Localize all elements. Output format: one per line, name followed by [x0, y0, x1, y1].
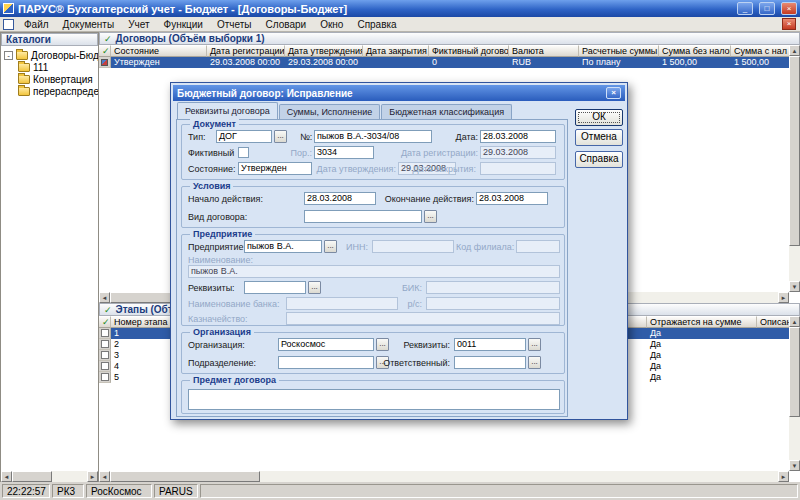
column-select-header[interactable]: ✓: [99, 316, 111, 328]
start-field[interactable]: 28.03.2008: [304, 192, 376, 205]
child-close-icon[interactable]: ×: [782, 18, 796, 30]
minimize-icon[interactable]: _: [737, 2, 753, 15]
treasury-label: Казначейство:: [188, 313, 248, 326]
dialog-close-icon[interactable]: ×: [606, 87, 621, 99]
column-calc-sums[interactable]: Расчетные суммы: [579, 45, 659, 57]
menu-window[interactable]: Окно: [313, 19, 350, 30]
scroll-right-icon[interactable]: ►: [778, 292, 789, 303]
scroll-thumb[interactable]: [789, 327, 800, 417]
tab-budget-classification[interactable]: Бюджетная классификация: [381, 104, 512, 119]
column-currency[interactable]: Валюта: [509, 45, 579, 57]
org-requisites-browse-icon[interactable]: ...: [528, 338, 541, 351]
maximize-icon[interactable]: □: [759, 2, 775, 15]
column-fictive[interactable]: Фиктивный договор↑: [429, 45, 509, 57]
row-selector[interactable]: [99, 57, 111, 68]
stages-hscrollbar[interactable]: ◄ ►: [99, 471, 789, 482]
row-checkbox[interactable]: [99, 372, 111, 383]
tree-item-pereraspredelenie[interactable]: перераспределение: [1, 85, 98, 97]
ordinal-field[interactable]: 3034: [314, 146, 374, 159]
requisites-browse-icon[interactable]: ...: [308, 281, 321, 294]
department-field[interactable]: [278, 356, 374, 369]
collapse-icon[interactable]: -: [4, 51, 13, 60]
column-sum-net[interactable]: Сумма без налогов: [659, 45, 731, 57]
state-field[interactable]: Утвержден: [238, 162, 312, 175]
row-checkbox[interactable]: [99, 350, 111, 361]
tree-item-111[interactable]: 111: [1, 61, 98, 73]
requisites-field[interactable]: [244, 281, 306, 294]
column-select-header[interactable]: ✓: [99, 45, 111, 57]
organization-browse-icon[interactable]: ...: [376, 338, 389, 351]
cancel-button[interactable]: Отмена: [575, 129, 623, 146]
cell-reflect: Да: [647, 328, 757, 339]
row-checkbox[interactable]: [99, 339, 111, 350]
menu-dictionaries[interactable]: Словари: [259, 19, 314, 30]
treasury-field: [286, 312, 560, 325]
folder-icon: [18, 63, 30, 72]
menu-functions[interactable]: Функции: [157, 19, 210, 30]
end-label: Окончание действия:: [378, 193, 474, 206]
tab-requisites[interactable]: Реквизиты договора: [177, 102, 278, 119]
scroll-down-icon[interactable]: ▼: [789, 460, 800, 471]
tree-root-contracts-budget[interactable]: - Договоры-Бюджет: [1, 49, 98, 61]
enterprise-browse-icon[interactable]: ...: [324, 240, 337, 253]
scroll-left-icon[interactable]: ◄: [1, 471, 12, 482]
row-checkbox[interactable]: [99, 328, 111, 339]
tab-sums-execution[interactable]: Суммы, Исполнение: [279, 104, 381, 119]
menu-documents[interactable]: Документы: [56, 19, 122, 30]
column-sum-gross[interactable]: Сумма с нал: [731, 45, 789, 57]
contract-row[interactable]: Утвержден 29.03.2008 00:00 29.03.2008 00…: [99, 57, 789, 68]
scroll-down-icon[interactable]: ▼: [789, 281, 800, 292]
regdate-label: Дата регистрации:: [380, 147, 478, 160]
responsible-browse-icon[interactable]: ...: [528, 356, 541, 369]
help-button[interactable]: Справка: [575, 151, 623, 168]
sidebar-hscrollbar[interactable]: ◄ ►: [1, 471, 98, 482]
dialog-title-bar[interactable]: Бюджетный договор: Исправление ×: [173, 85, 625, 101]
column-close-date[interactable]: Дата закрытия: [363, 45, 429, 57]
state-label: Состояние:: [188, 163, 235, 176]
child-window-icon[interactable]: [3, 19, 14, 30]
menu-accounting[interactable]: Учет: [121, 19, 156, 30]
row-checkbox[interactable]: [99, 361, 111, 372]
menu-help[interactable]: Справка: [350, 19, 403, 30]
fictive-checkbox[interactable]: [238, 147, 249, 158]
stages-vscrollbar[interactable]: ▲ ▼: [789, 316, 800, 471]
date-field[interactable]: 28.03.2008: [480, 130, 556, 143]
column-state[interactable]: Состояние: [111, 45, 207, 57]
title-bar[interactable]: ПАРУС® Бухгалтерский учет - Бюджет - [До…: [0, 0, 800, 17]
tree-item-konvertacia[interactable]: Конвертация: [1, 73, 98, 85]
scroll-thumb[interactable]: [789, 56, 800, 246]
menu-reports[interactable]: Отчеты: [210, 19, 259, 30]
menu-file[interactable]: Файл: [17, 19, 56, 30]
contracts-vscrollbar[interactable]: ▲ ▼: [789, 45, 800, 292]
scroll-right-icon[interactable]: ►: [778, 471, 789, 482]
number-field[interactable]: пыжов В.А.-3034/08: [314, 130, 432, 143]
cell-close-date: [363, 57, 429, 68]
scroll-left-icon[interactable]: ◄: [99, 292, 110, 303]
closedate-label: Дата закрытия:: [413, 163, 477, 176]
subject-textarea[interactable]: [188, 389, 560, 410]
column-approve-date[interactable]: Дата утверждения: [285, 45, 363, 57]
scroll-left-icon[interactable]: ◄: [99, 471, 110, 482]
end-field[interactable]: 28.03.2008: [476, 192, 548, 205]
responsible-field[interactable]: [454, 356, 526, 369]
column-reflect[interactable]: Отражается на сумме: [647, 316, 757, 328]
contracts-header-row: ✓ Состояние Дата регистрации Дата утверж…: [99, 45, 789, 57]
enterprise-field[interactable]: пыжов В.А.: [244, 240, 322, 253]
ok-button[interactable]: ОК: [575, 109, 623, 126]
kind-field[interactable]: [304, 210, 422, 223]
tab-panel-requisites: Документ Тип: ДОГ ... №: пыжов В.А.-3034…: [176, 119, 568, 417]
scroll-thumb[interactable]: [110, 471, 260, 482]
column-reg-date[interactable]: Дата регистрации: [207, 45, 285, 57]
org-requisites-field[interactable]: 0011: [454, 338, 526, 351]
type-browse-icon[interactable]: ...: [274, 130, 287, 143]
column-stage-desc[interactable]: Описание этапа: [757, 316, 789, 328]
type-field[interactable]: ДОГ: [216, 130, 272, 143]
organization-field[interactable]: Роскосмос: [278, 338, 374, 351]
scroll-up-icon[interactable]: ▲: [789, 45, 800, 56]
close-icon[interactable]: ×: [781, 2, 797, 15]
scroll-right-icon[interactable]: ►: [87, 471, 98, 482]
tree-root-label: Договоры-Бюджет: [31, 50, 98, 61]
kind-browse-icon[interactable]: ...: [424, 210, 437, 223]
scroll-up-icon[interactable]: ▲: [789, 316, 800, 327]
scroll-thumb[interactable]: [12, 471, 52, 482]
